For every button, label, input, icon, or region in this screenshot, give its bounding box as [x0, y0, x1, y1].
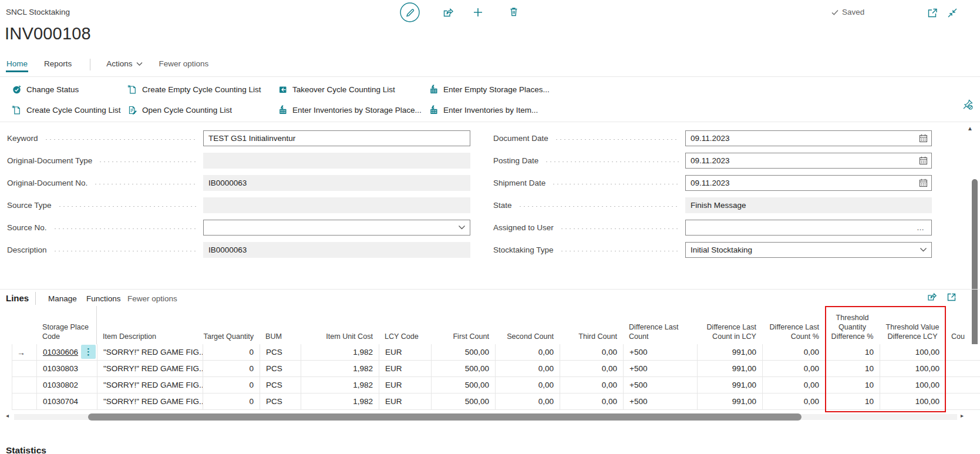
- cell-difference_last_count[interactable]: +500: [624, 344, 698, 360]
- cell-lcy_code[interactable]: EUR: [379, 377, 432, 393]
- field-document-date[interactable]: 09.11.2023: [685, 130, 932, 146]
- breadcrumb[interactable]: SNCL Stocktaking: [6, 8, 70, 16]
- column-header-difference_last_count_in_lcy[interactable]: Difference Last Count in LCY: [697, 306, 762, 344]
- calendar-icon[interactable]: [915, 156, 931, 166]
- tab-actions[interactable]: Actions: [106, 57, 143, 72]
- action-enter-empty-storage-places[interactable]: Enter Empty Storage Places...: [429, 83, 550, 96]
- statistics-section-header[interactable]: Statistics: [6, 445, 46, 454]
- cell-item_unit_cost[interactable]: 1,982: [301, 377, 379, 393]
- lines-expand-button[interactable]: [946, 291, 957, 302]
- cell-third_count[interactable]: 0,00: [560, 344, 624, 360]
- column-header-second_count[interactable]: Second Count: [495, 306, 560, 344]
- table-row[interactable]: 01030704"SORRY!" RED GAME FIG...0PCS1,98…: [12, 394, 980, 410]
- storage-place-code-text[interactable]: 01030704: [43, 397, 78, 406]
- action-open-cycle-counting-list[interactable]: Open Cycle Counting List: [127, 103, 232, 116]
- horizontal-scrollbar-thumb[interactable]: [88, 413, 801, 421]
- cell-threshold_value_difference_lcy[interactable]: 100,00: [880, 377, 946, 393]
- cell-lcy_code[interactable]: EUR: [379, 394, 432, 409]
- lines-menu-manage[interactable]: Manage: [48, 294, 77, 303]
- cell-difference_last_count_pct[interactable]: 0,00: [763, 394, 826, 409]
- calendar-icon[interactable]: [915, 178, 931, 188]
- column-header-lcy_code[interactable]: LCY Code: [379, 306, 431, 344]
- field-shipment-date[interactable]: 09.11.2023: [685, 175, 932, 191]
- cell-threshold_value_difference_lcy[interactable]: 100,00: [880, 344, 946, 360]
- ellipsis-lookup-icon[interactable]: …: [912, 223, 931, 232]
- cell-threshold_quantity_difference_pct[interactable]: 10: [826, 394, 880, 409]
- action-enter-inventories-by-item[interactable]: Enter Inventories by Item...: [429, 103, 538, 116]
- cell-bum[interactable]: PCS: [260, 361, 301, 376]
- column-header-threshold_quantity_difference_pct[interactable]: Threshold Quantity Difference %: [825, 306, 880, 344]
- chevron-down-icon[interactable]: [453, 225, 470, 230]
- tab-fewer-options[interactable]: Fewer options: [159, 57, 210, 72]
- field-source-no[interactable]: [203, 220, 470, 236]
- tab-home[interactable]: Home: [6, 57, 28, 72]
- cell-difference_last_count_pct[interactable]: 0,00: [763, 361, 826, 376]
- column-header-target_quantity[interactable]: Target Quantity: [203, 306, 260, 344]
- cell-difference_last_count_in_lcy[interactable]: 991,00: [698, 377, 763, 393]
- row-options-button[interactable]: ⋮: [81, 345, 96, 359]
- column-header-storage_place_code[interactable]: Storage Place Code: [36, 306, 97, 344]
- open-in-new-window-button[interactable]: [927, 7, 938, 19]
- cell-difference_last_count_pct[interactable]: 0,00: [763, 377, 826, 393]
- new-button[interactable]: [472, 6, 484, 18]
- tab-reports[interactable]: Reports: [43, 57, 72, 72]
- column-header-threshold_value_difference_lcy[interactable]: Threshold Value Difference LCY: [880, 306, 945, 344]
- field-stocktaking-type[interactable]: Initial Stocktaking: [685, 242, 932, 258]
- scroll-up-arrow[interactable]: ▲: [967, 126, 973, 132]
- cell-storage_place_code[interactable]: 01030704: [37, 394, 97, 409]
- table-row[interactable]: 01030803"SORRY!" RED GAME FIG...0PCS1,98…: [12, 361, 980, 377]
- action-takeover-cycle-counting-list[interactable]: Takeover Cycle Counting List: [278, 83, 395, 96]
- column-header-difference_last_count[interactable]: Difference Last Count: [623, 306, 697, 344]
- lines-share-button[interactable]: [926, 291, 937, 302]
- cell-storage_place_code[interactable]: 01030802: [37, 377, 97, 393]
- cell-storage_place_code[interactable]: 01030606⋮: [37, 344, 97, 360]
- cell-lcy_code[interactable]: EUR: [379, 361, 432, 376]
- cell-difference_last_count[interactable]: +500: [624, 361, 698, 376]
- cell-threshold_value_difference_lcy[interactable]: 100,00: [880, 361, 946, 376]
- cell-threshold_quantity_difference_pct[interactable]: 10: [826, 377, 880, 393]
- field-keyword[interactable]: TEST GS1 Initialinventur: [203, 130, 470, 146]
- cell-item_description[interactable]: "SORRY!" RED GAME FIG...: [97, 361, 203, 376]
- unpin-button[interactable]: [962, 99, 974, 110]
- table-row[interactable]: →01030606⋮"SORRY!" RED GAME FIG...0PCS1,…: [12, 344, 980, 361]
- cell-second_count[interactable]: 0,00: [496, 361, 560, 376]
- cell-cou_partial[interactable]: [946, 394, 980, 409]
- cell-bum[interactable]: PCS: [260, 377, 301, 393]
- column-header-difference_last_count_pct[interactable]: Difference Last Count %: [762, 306, 825, 344]
- cell-threshold_value_difference_lcy[interactable]: 100,00: [880, 394, 946, 409]
- lines-menu-fewer-options[interactable]: Fewer options: [127, 294, 177, 303]
- cell-first_count[interactable]: 500,00: [432, 344, 496, 360]
- column-header-third_count[interactable]: Third Count: [560, 306, 623, 344]
- column-header-first_count[interactable]: First Count: [431, 306, 495, 344]
- edit-button[interactable]: [399, 2, 420, 23]
- action-enter-inventories-by-storage-place[interactable]: Enter Inventories by Storage Place...: [278, 103, 422, 116]
- cell-first_count[interactable]: 500,00: [432, 377, 496, 393]
- table-row[interactable]: 01030802"SORRY!" RED GAME FIG...0PCS1,98…: [12, 377, 980, 394]
- cell-item_unit_cost[interactable]: 1,982: [301, 361, 379, 376]
- cell-difference_last_count[interactable]: +500: [624, 394, 698, 409]
- cell-difference_last_count_in_lcy[interactable]: 991,00: [698, 394, 763, 409]
- cell-first_count[interactable]: 500,00: [432, 361, 496, 376]
- cell-storage_place_code[interactable]: 01030803: [37, 361, 97, 376]
- cell-second_count[interactable]: 0,00: [496, 394, 560, 409]
- cell-cou_partial[interactable]: [946, 361, 980, 376]
- chevron-down-icon[interactable]: [915, 247, 931, 253]
- storage-place-code-link[interactable]: 01030606: [43, 348, 78, 357]
- cell-item_description[interactable]: "SORRY!" RED GAME FIG...: [97, 394, 203, 409]
- column-header-cou_partial[interactable]: Cou: [945, 306, 980, 344]
- cell-item_unit_cost[interactable]: 1,982: [301, 344, 379, 360]
- storage-place-code-text[interactable]: 01030802: [43, 381, 78, 389]
- cell-bum[interactable]: PCS: [260, 344, 301, 360]
- cell-cou_partial[interactable]: [946, 377, 980, 393]
- cell-third_count[interactable]: 0,00: [560, 361, 624, 376]
- cell-target_quantity[interactable]: 0: [203, 377, 260, 393]
- cell-item_description[interactable]: "SORRY!" RED GAME FIG...: [97, 377, 203, 393]
- lines-menu-functions[interactable]: Functions: [86, 294, 121, 303]
- column-header-item_description[interactable]: Item Description: [97, 306, 203, 344]
- scroll-left-arrow[interactable]: ◂: [6, 413, 9, 419]
- storage-place-code-text[interactable]: 01030803: [43, 364, 78, 373]
- column-header-item_unit_cost[interactable]: Item Unit Cost: [301, 306, 379, 344]
- cell-item_unit_cost[interactable]: 1,982: [301, 394, 379, 409]
- cell-target_quantity[interactable]: 0: [203, 361, 260, 376]
- cell-third_count[interactable]: 0,00: [560, 394, 624, 409]
